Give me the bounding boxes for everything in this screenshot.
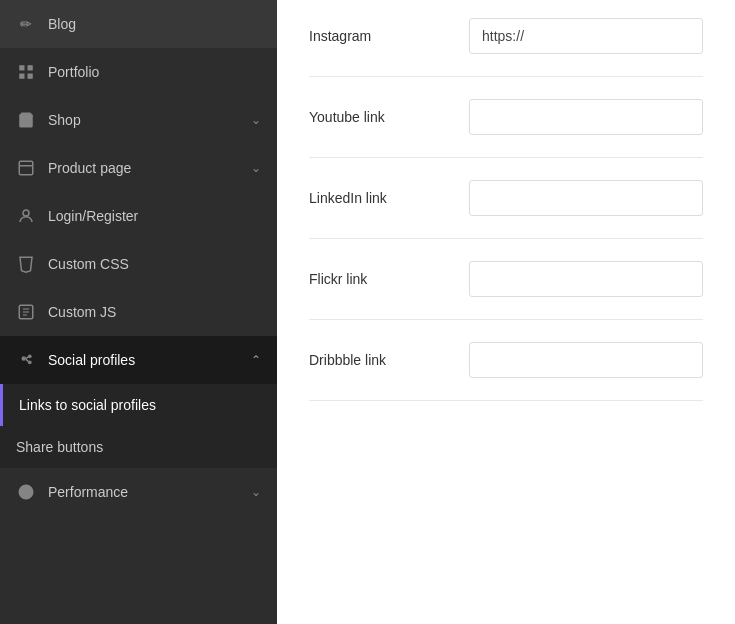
sidebar-subitem-share-label: Share buttons xyxy=(16,439,103,455)
svg-point-12 xyxy=(22,356,27,361)
sidebar-subitem-links-label: Links to social profiles xyxy=(19,397,156,413)
js-icon xyxy=(16,302,36,322)
sidebar-item-login-register[interactable]: Login/Register xyxy=(0,192,277,240)
sidebar-item-performance-label: Performance xyxy=(48,484,128,500)
sidebar-item-shop[interactable]: Shop ⌄ xyxy=(0,96,277,144)
sidebar-item-social-label: Social profiles xyxy=(48,352,135,368)
svg-rect-2 xyxy=(19,74,24,79)
sidebar-item-custom-js[interactable]: Custom JS xyxy=(0,288,277,336)
svg-rect-3 xyxy=(28,74,33,79)
sidebar-item-product-page-label: Product page xyxy=(48,160,131,176)
sidebar-item-social-profiles[interactable]: Social profiles ⌃ xyxy=(0,336,277,384)
shop-chevron-icon: ⌄ xyxy=(251,113,261,127)
linkedin-input[interactable] xyxy=(469,180,703,216)
sidebar-item-login-label: Login/Register xyxy=(48,208,138,224)
linkedin-label: LinkedIn link xyxy=(309,190,469,206)
flickr-label: Flickr link xyxy=(309,271,469,287)
instagram-row: Instagram xyxy=(309,0,703,77)
dribbble-input[interactable] xyxy=(469,342,703,378)
css-icon xyxy=(16,254,36,274)
sidebar-item-custom-css-label: Custom CSS xyxy=(48,256,129,272)
shop-icon xyxy=(16,110,36,130)
product-icon xyxy=(16,158,36,178)
svg-line-15 xyxy=(26,357,28,359)
svg-line-16 xyxy=(26,359,28,361)
login-icon xyxy=(16,206,36,226)
flickr-input[interactable] xyxy=(469,261,703,297)
youtube-row: Youtube link xyxy=(309,77,703,158)
youtube-input[interactable] xyxy=(469,99,703,135)
sidebar-item-blog-label: Blog xyxy=(48,16,76,32)
instagram-input[interactable] xyxy=(469,18,703,54)
main-content: Instagram Youtube link LinkedIn link Fli… xyxy=(277,0,735,624)
sidebar-item-blog[interactable]: Blog xyxy=(0,0,277,48)
dribbble-label: Dribbble link xyxy=(309,352,469,368)
svg-point-7 xyxy=(23,210,29,216)
sidebar-item-shop-label: Shop xyxy=(48,112,81,128)
sidebar-item-custom-js-label: Custom JS xyxy=(48,304,116,320)
blog-icon xyxy=(16,14,36,34)
product-chevron-icon: ⌄ xyxy=(251,161,261,175)
svg-point-13 xyxy=(28,354,32,358)
sidebar-item-product-page[interactable]: Product page ⌄ xyxy=(0,144,277,192)
social-icon xyxy=(16,350,36,370)
sidebar-item-portfolio[interactable]: Portfolio xyxy=(0,48,277,96)
instagram-label: Instagram xyxy=(309,28,469,44)
sidebar-item-performance[interactable]: Performance ⌄ xyxy=(0,468,277,516)
linkedin-row: LinkedIn link xyxy=(309,158,703,239)
svg-rect-0 xyxy=(19,65,24,70)
performance-icon xyxy=(16,482,36,502)
svg-rect-1 xyxy=(28,65,33,70)
sidebar-subitem-links-to-social[interactable]: Links to social profiles xyxy=(0,384,277,426)
sidebar-item-custom-css[interactable]: Custom CSS xyxy=(0,240,277,288)
social-chevron-icon: ⌃ xyxy=(251,353,261,367)
sidebar-subitem-share-buttons[interactable]: Share buttons xyxy=(0,426,277,468)
youtube-label: Youtube link xyxy=(309,109,469,125)
portfolio-icon xyxy=(16,62,36,82)
svg-rect-5 xyxy=(19,161,33,175)
dribbble-row: Dribbble link xyxy=(309,320,703,401)
sidebar-item-portfolio-label: Portfolio xyxy=(48,64,99,80)
sidebar: Blog Portfolio Shop ⌄ Product page ⌄ Log… xyxy=(0,0,277,624)
performance-chevron-icon: ⌄ xyxy=(251,485,261,499)
flickr-row: Flickr link xyxy=(309,239,703,320)
